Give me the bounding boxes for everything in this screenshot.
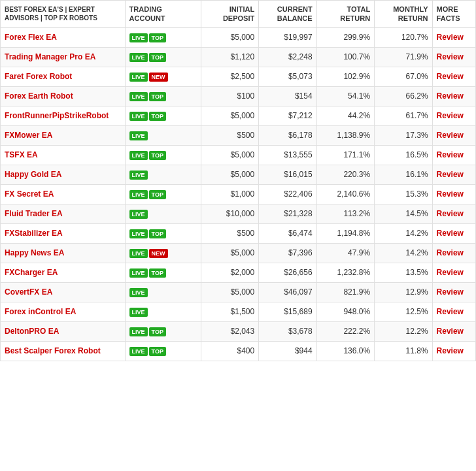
initial-deposit-cell: $5,000 bbox=[201, 165, 258, 184]
badges-cell: LIVE bbox=[125, 282, 201, 302]
review-link[interactable]: Review bbox=[437, 307, 464, 316]
review-link[interactable]: Review bbox=[437, 209, 464, 218]
ea-name-link[interactable]: DeltonPRO EA bbox=[5, 327, 59, 336]
monthly-return-cell: 17.3% bbox=[375, 125, 432, 145]
badge-live: LIVE bbox=[129, 73, 148, 82]
table-row: Forex Flex EALIVETOP$5,000$19,997299.9%1… bbox=[1, 27, 476, 47]
initial-deposit-cell: $1,000 bbox=[201, 184, 258, 204]
current-balance-cell: $7,212 bbox=[259, 106, 316, 125]
ea-name-link[interactable]: Forex Earth Robot bbox=[5, 91, 73, 101]
review-link[interactable]: Review bbox=[437, 52, 464, 61]
badges-cell: LIVETOP bbox=[125, 341, 201, 361]
total-return-cell: 44.2% bbox=[316, 106, 374, 125]
badges-cell: LIVETOP bbox=[125, 47, 201, 67]
ea-name-link[interactable]: Fluid Trader EA bbox=[5, 209, 63, 218]
review-cell: Review bbox=[432, 223, 475, 243]
ea-name-link[interactable]: CovertFX EA bbox=[5, 287, 52, 297]
total-return-cell: 1,232.8% bbox=[316, 263, 374, 282]
badge-live: LIVE bbox=[129, 112, 148, 121]
review-cell: Review bbox=[432, 282, 475, 302]
total-return-cell: 1,194.8% bbox=[316, 223, 374, 243]
monthly-return-cell: 16.1% bbox=[375, 165, 432, 184]
current-balance-cell: $21,328 bbox=[259, 204, 316, 223]
review-link[interactable]: Review bbox=[437, 287, 464, 297]
monthly-return-cell: 66.2% bbox=[375, 86, 432, 106]
current-balance-cell: $16,015 bbox=[259, 165, 316, 184]
badge-top: TOP bbox=[149, 327, 166, 336]
table-row: CovertFX EALIVE$5,000$46,097821.9%12.9%R… bbox=[1, 282, 476, 302]
ea-name-cell: FXStabilizer EA bbox=[1, 223, 126, 243]
ea-name-link[interactable]: Best Scalper Forex Robot bbox=[5, 346, 101, 355]
table-body: Forex Flex EALIVETOP$5,000$19,997299.9%1… bbox=[1, 27, 476, 361]
monthly-return-cell: 14.5% bbox=[375, 204, 432, 223]
badges-cell: LIVETOP bbox=[125, 223, 201, 243]
review-link[interactable]: Review bbox=[437, 268, 464, 277]
badge-top: TOP bbox=[149, 53, 166, 62]
review-link[interactable]: Review bbox=[437, 248, 464, 257]
ea-name-link[interactable]: FrontRunnerPipStrikeRobot bbox=[5, 111, 109, 120]
ea-name-cell: Happy News EA bbox=[1, 243, 126, 263]
review-link[interactable]: Review bbox=[437, 72, 464, 81]
badges-cell: LIVE bbox=[125, 204, 201, 223]
ea-name-link[interactable]: Happy News EA bbox=[5, 248, 64, 257]
ea-name-link[interactable]: TSFX EA bbox=[5, 150, 38, 159]
ea-name-link[interactable]: Trading Manager Pro EA bbox=[5, 52, 95, 61]
col-header-total-return: TOTAL RETURN bbox=[316, 1, 374, 28]
ea-name-link[interactable]: FXStabilizer EA bbox=[5, 229, 63, 238]
review-link[interactable]: Review bbox=[437, 111, 464, 120]
monthly-return-cell: 61.7% bbox=[375, 106, 432, 125]
review-cell: Review bbox=[432, 263, 475, 282]
badge-live: LIVE bbox=[129, 347, 148, 356]
badge-new: NEW bbox=[149, 73, 168, 82]
badges-cell: LIVETOP bbox=[125, 184, 201, 204]
table-row: Trading Manager Pro EALIVETOP$1,120$2,24… bbox=[1, 47, 476, 67]
total-return-cell: 136.0% bbox=[316, 341, 374, 361]
badge-live: LIVE bbox=[129, 190, 148, 199]
table-row: DeltonPRO EALIVETOP$2,043$3,678222.2%12.… bbox=[1, 321, 476, 341]
initial-deposit-cell: $500 bbox=[201, 125, 258, 145]
current-balance-cell: $19,997 bbox=[259, 27, 316, 47]
current-balance-cell: $6,178 bbox=[259, 125, 316, 145]
badges-cell: LIVETOP bbox=[125, 263, 201, 282]
ea-name-link[interactable]: Forex inControl EA bbox=[5, 307, 76, 316]
ea-name-cell: TSFX EA bbox=[1, 145, 126, 165]
table-row: FXMower EALIVE$500$6,1781,138.9%17.3%Rev… bbox=[1, 125, 476, 145]
total-return-cell: 1,138.9% bbox=[316, 125, 374, 145]
review-link[interactable]: Review bbox=[437, 229, 464, 238]
review-link[interactable]: Review bbox=[437, 170, 464, 179]
review-link[interactable]: Review bbox=[437, 33, 464, 42]
initial-deposit-cell: $2,000 bbox=[201, 263, 258, 282]
review-link[interactable]: Review bbox=[437, 150, 464, 159]
review-link[interactable]: Review bbox=[437, 131, 464, 140]
monthly-return-cell: 67.0% bbox=[375, 67, 432, 86]
total-return-cell: 299.9% bbox=[316, 27, 374, 47]
ea-name-link[interactable]: FXMower EA bbox=[5, 131, 52, 140]
monthly-return-cell: 12.5% bbox=[375, 302, 432, 321]
review-cell: Review bbox=[432, 47, 475, 67]
ea-name-link[interactable]: Happy Gold EA bbox=[5, 170, 61, 179]
review-cell: Review bbox=[432, 67, 475, 86]
current-balance-cell: $7,396 bbox=[259, 243, 316, 263]
review-link[interactable]: Review bbox=[437, 327, 464, 336]
ea-name-link[interactable]: FX Secret EA bbox=[5, 189, 54, 199]
review-link[interactable]: Review bbox=[437, 91, 464, 101]
initial-deposit-cell: $500 bbox=[201, 223, 258, 243]
total-return-cell: 171.1% bbox=[316, 145, 374, 165]
initial-deposit-cell: $10,000 bbox=[201, 204, 258, 223]
review-link[interactable]: Review bbox=[437, 346, 464, 355]
review-cell: Review bbox=[432, 321, 475, 341]
badges-cell: LIVETOP bbox=[125, 106, 201, 125]
badge-live: LIVE bbox=[129, 327, 148, 336]
current-balance-cell: $6,474 bbox=[259, 223, 316, 243]
table-row: Forex inControl EALIVE$1,500$15,689948.0… bbox=[1, 302, 476, 321]
table-row: Fluid Trader EALIVE$10,000$21,328113.2%1… bbox=[1, 204, 476, 223]
review-cell: Review bbox=[432, 145, 475, 165]
ea-name-link[interactable]: Faret Forex Robot bbox=[5, 72, 72, 81]
review-link[interactable]: Review bbox=[437, 189, 464, 199]
badges-cell: LIVETOP bbox=[125, 27, 201, 47]
ea-name-cell: FX Secret EA bbox=[1, 184, 126, 204]
ea-name-link[interactable]: Forex Flex EA bbox=[5, 33, 57, 42]
badge-top: TOP bbox=[149, 151, 166, 160]
ea-name-link[interactable]: FXCharger EA bbox=[5, 268, 58, 277]
initial-deposit-cell: $1,120 bbox=[201, 47, 258, 67]
